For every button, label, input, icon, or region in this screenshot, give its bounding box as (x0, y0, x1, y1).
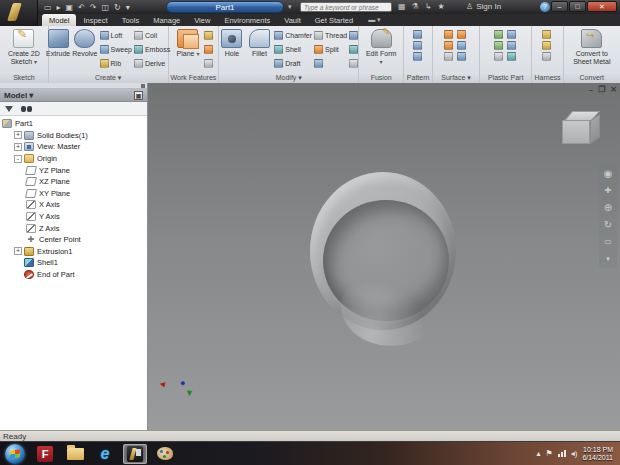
maximize-button[interactable]: □ (569, 1, 586, 12)
ribbon-options-icon[interactable]: ▬ ▾ (368, 14, 380, 26)
fillet-button[interactable]: Fillet (247, 28, 272, 58)
delete-face-icon[interactable] (457, 52, 466, 61)
tree-item-xz-plane[interactable]: XZ Plane (2, 176, 147, 188)
lip-icon[interactable] (507, 52, 516, 61)
new-file-icon[interactable]: ▭ (44, 3, 52, 12)
qat-dropdown-icon[interactable]: ▾ (126, 3, 130, 12)
orbit-icon[interactable]: ↻ (604, 220, 612, 230)
grill-icon[interactable] (494, 30, 503, 39)
document-switch-icon[interactable]: ▾ (288, 3, 292, 11)
tab-model[interactable]: Model (42, 14, 76, 26)
action-center-flag-icon[interactable]: ⚑ (546, 450, 553, 458)
tree-item-shell1[interactable]: Shell1 (2, 257, 147, 269)
expander[interactable]: + (14, 131, 22, 139)
tab-inspect[interactable]: Inspect (76, 14, 114, 26)
search-options-icon[interactable]: ▦ (398, 2, 406, 11)
hole-button[interactable]: Hole (219, 28, 244, 58)
navbar-dropdown-icon[interactable]: ▾ (606, 254, 610, 264)
snap-fit-icon[interactable] (507, 41, 516, 50)
print-icon[interactable]: ◫ (102, 3, 110, 12)
boss-icon[interactable] (507, 30, 516, 39)
plane-button[interactable]: Plane ▾ (174, 28, 202, 59)
update-icon[interactable]: ↻ (114, 3, 121, 12)
help-search-input[interactable] (300, 2, 392, 12)
pan-icon[interactable]: ✚ (605, 186, 612, 196)
route-icon[interactable] (542, 30, 551, 39)
tree-item-origin[interactable]: - Origin (2, 153, 147, 165)
point-button[interactable] (204, 43, 213, 56)
help-icon[interactable]: ? (540, 2, 550, 12)
sweep-button[interactable]: Sweep (100, 43, 132, 56)
create-2d-sketch-button[interactable]: Create 2D Sketch ▾ (6, 28, 41, 66)
sculpt-icon[interactable] (457, 30, 466, 39)
view-cube-front-face[interactable] (562, 120, 590, 144)
group-label-modify[interactable]: Modify ▾ (219, 72, 358, 83)
tab-view[interactable]: View (187, 14, 217, 26)
extend-icon[interactable] (444, 52, 453, 61)
doc-minimize-icon[interactable]: – (589, 85, 593, 94)
download-icon[interactable]: ↳ (425, 2, 432, 11)
stitch-icon[interactable] (444, 30, 453, 39)
close-button[interactable]: ✕ (587, 1, 617, 12)
rectangular-pattern-icon[interactable] (413, 30, 422, 39)
taskbar-windows-explorer[interactable] (63, 444, 87, 464)
tree-item-part1[interactable]: Part1 (2, 118, 147, 130)
navigation-wheel-icon[interactable]: ◉ (604, 169, 613, 179)
tree-item-yz-plane[interactable]: YZ Plane (2, 164, 147, 176)
look-at-icon[interactable]: ▭ (604, 237, 612, 247)
minimize-button[interactable]: – (551, 1, 568, 12)
start-button[interactable] (5, 444, 25, 464)
edit-form-button[interactable]: Edit Form ▾ (365, 28, 397, 66)
combine-button[interactable] (314, 57, 347, 70)
view-cube-side-face[interactable] (590, 113, 600, 144)
network-icon[interactable] (558, 450, 566, 457)
extrude-button[interactable]: Extrude (46, 28, 70, 58)
taskbar-internet-explorer[interactable]: e (93, 444, 117, 464)
tab-get-started[interactable]: Get Started (308, 14, 360, 26)
chamfer-button[interactable]: Chamfer (274, 29, 312, 42)
group-label-create[interactable]: Create ▾ (49, 72, 168, 83)
filter-icon[interactable] (5, 106, 13, 112)
zoom-icon[interactable]: ⊕ (604, 203, 612, 213)
tree-item-center-point[interactable]: ✚ Center Point (2, 234, 147, 246)
loft-button[interactable]: Loft (100, 29, 132, 42)
emboss-button[interactable]: Emboss (134, 43, 170, 56)
tab-environments[interactable]: Environments (217, 14, 277, 26)
tree-item-x-axis[interactable]: X Axis (2, 199, 147, 211)
browser-header[interactable]: Model ▾ ▣ (0, 89, 147, 102)
inventor-app-button[interactable] (0, 0, 38, 26)
revolve-button[interactable]: Revolve (72, 28, 97, 58)
create-harness-icon[interactable] (542, 41, 551, 50)
trim-icon[interactable] (457, 41, 466, 50)
axis-button[interactable] (204, 29, 213, 42)
volume-icon[interactable]: ◂) (571, 450, 578, 458)
pin-icon[interactable]: ▣ (134, 91, 143, 100)
part-model-bore[interactable] (323, 200, 449, 321)
redo-icon[interactable]: ↷ (90, 3, 97, 12)
tab-manage[interactable]: Manage (146, 14, 187, 26)
taskbar-paint[interactable] (153, 444, 177, 464)
taskbar-clock[interactable]: 10:18 PM 6/14/2011 (582, 446, 616, 462)
rib-button[interactable]: Rib (100, 57, 132, 70)
patch-icon[interactable] (444, 41, 453, 50)
copy-object-button[interactable] (349, 43, 358, 56)
doc-close-icon[interactable]: ✕ (610, 85, 617, 94)
circular-pattern-icon[interactable] (413, 41, 422, 50)
shell-button[interactable]: Shell (274, 43, 312, 56)
rule-fillet-icon[interactable] (494, 52, 503, 61)
tree-item-xy-plane[interactable]: XY Plane (2, 188, 147, 200)
split-button[interactable]: Split (314, 43, 347, 56)
tab-tools[interactable]: Tools (115, 14, 147, 26)
expander[interactable]: + (14, 143, 22, 151)
derive-button[interactable]: Derive (134, 57, 170, 70)
thread-button[interactable]: Thread (314, 29, 347, 42)
show-hidden-icons-icon[interactable]: ▴ (537, 450, 541, 458)
tree-item-extrusion1[interactable]: + Extrusion1 (2, 246, 147, 258)
tree-item-y-axis[interactable]: Y Axis (2, 211, 147, 223)
browser-scrollbar[interactable] (0, 83, 147, 89)
tree-item-view-master[interactable]: + View: Master (2, 141, 147, 153)
move-face-button[interactable] (349, 29, 358, 42)
draft-button[interactable]: Draft (274, 57, 312, 70)
expander[interactable]: - (14, 155, 22, 163)
wrench-icon[interactable]: ⚗ (412, 2, 419, 11)
